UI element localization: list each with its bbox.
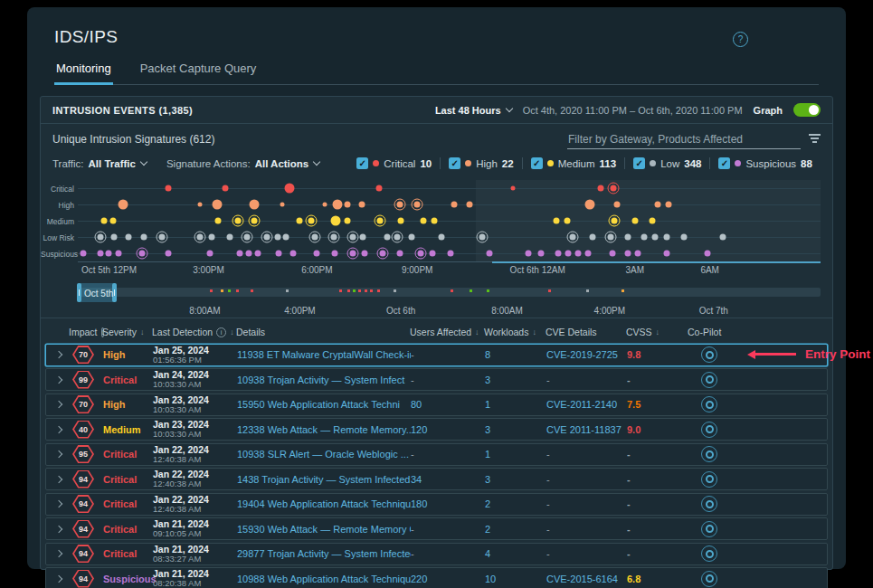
data-point[interactable] <box>141 234 147 241</box>
data-point[interactable] <box>116 251 122 257</box>
details-link[interactable]: 15930 Web Attack — Remote Memory Corr... <box>237 524 411 535</box>
data-point[interactable] <box>166 251 172 257</box>
data-point[interactable] <box>611 218 617 224</box>
data-point[interactable] <box>235 218 242 224</box>
column-header-last-detection[interactable]: Last Detectioni↓ <box>152 327 236 337</box>
data-point[interactable] <box>414 202 421 208</box>
cve-link[interactable]: CVE 2011-11837 <box>546 424 627 435</box>
expand-chevron-icon[interactable] <box>55 401 62 408</box>
traffic-dropdown[interactable]: All Traffic <box>89 158 147 169</box>
data-point[interactable] <box>198 203 203 207</box>
details-link[interactable]: 10988 Web Application Attack Technique <box>237 574 411 584</box>
data-point[interactable] <box>361 251 367 257</box>
data-point[interactable] <box>332 200 342 210</box>
data-point[interactable] <box>349 251 356 257</box>
brush-handle-left[interactable] <box>77 283 81 302</box>
cve-link[interactable]: CVE-2011-2140 <box>546 399 627 410</box>
co-pilot-icon[interactable] <box>701 496 717 512</box>
tab-monitoring[interactable]: Monitoring <box>54 62 113 85</box>
data-point[interactable] <box>207 251 214 257</box>
data-point[interactable] <box>345 202 351 208</box>
filter-input[interactable] <box>567 131 801 149</box>
data-point[interactable] <box>511 186 516 191</box>
data-point[interactable] <box>585 251 592 257</box>
data-point[interactable] <box>110 218 117 224</box>
data-point[interactable] <box>584 200 594 210</box>
tab-packet-capture-query[interactable]: Packet Capture Query <box>138 62 259 84</box>
details-link[interactable]: 12338 Web Attack — Remote Memory... <box>237 424 411 435</box>
data-point[interactable] <box>610 251 616 257</box>
data-point[interactable] <box>254 251 261 257</box>
expand-chevron-icon[interactable] <box>55 574 62 582</box>
help-icon[interactable]: ? <box>733 32 748 47</box>
data-point[interactable] <box>467 202 473 208</box>
cve-link[interactable]: CVE-2019-2725 <box>546 349 627 360</box>
data-point[interactable] <box>106 251 112 257</box>
data-point[interactable] <box>345 218 351 224</box>
data-point[interactable] <box>251 218 258 224</box>
data-point[interactable] <box>408 234 414 241</box>
data-point[interactable] <box>631 218 638 224</box>
co-pilot-icon[interactable] <box>701 446 717 462</box>
data-point[interactable] <box>432 218 438 224</box>
data-point[interactable] <box>322 203 327 207</box>
data-point[interactable] <box>720 234 726 241</box>
data-point[interactable] <box>565 218 571 224</box>
data-point[interactable] <box>311 234 318 241</box>
data-point[interactable] <box>651 234 658 241</box>
info-icon[interactable]: i <box>216 327 226 337</box>
data-point[interactable] <box>655 202 661 208</box>
data-point[interactable] <box>607 234 613 241</box>
co-pilot-icon[interactable] <box>701 422 717 438</box>
column-header-impact[interactable]: Impacti↓ <box>69 327 102 337</box>
data-point[interactable] <box>448 251 454 257</box>
details-link[interactable]: 11938 ET Malware CryptalWall Check-in <box>237 349 411 360</box>
data-point[interactable] <box>379 251 385 257</box>
table-row[interactable]: 70HighJan 23, 202410:03:30 AM15950 Web A… <box>45 394 828 416</box>
checkbox-critical[interactable]: ✓ <box>356 157 368 169</box>
data-point[interactable] <box>282 234 289 241</box>
data-point[interactable] <box>284 184 294 194</box>
column-header-severity[interactable]: Severity↓ <box>102 327 152 337</box>
column-header-workloads[interactable]: Workloads↓ <box>484 327 546 337</box>
data-point[interactable] <box>290 251 297 257</box>
data-point[interactable] <box>565 251 571 257</box>
data-point[interactable] <box>680 234 687 241</box>
data-point[interactable] <box>439 234 445 241</box>
data-point[interactable] <box>196 234 203 241</box>
co-pilot-icon[interactable] <box>701 396 717 413</box>
data-point[interactable] <box>641 234 647 241</box>
table-row[interactable]: 99CriticalJan 24, 202410:03:30 AM10938 T… <box>45 368 828 391</box>
data-point[interactable] <box>332 251 338 257</box>
data-point[interactable] <box>418 251 424 257</box>
details-link[interactable]: 15950 Web Application Attack Techni <box>237 399 411 410</box>
data-point[interactable] <box>222 185 228 192</box>
data-point[interactable] <box>98 234 104 241</box>
data-point[interactable] <box>244 234 251 241</box>
time-range-dropdown[interactable]: Last 48 Hours <box>435 105 512 116</box>
expand-chevron-icon[interactable] <box>55 500 62 507</box>
details-link[interactable]: 10938 Trojan Activity — System Infect <box>237 375 411 385</box>
data-point[interactable] <box>359 202 365 208</box>
data-point[interactable] <box>625 234 631 241</box>
table-row[interactable]: 95CriticalJan 22, 202412:40:38 AM10938 S… <box>45 443 828 466</box>
filter-icon[interactable] <box>809 134 821 147</box>
sort-icon[interactable]: ↓ <box>475 327 479 337</box>
table-row[interactable]: 40MediumJan 23, 202410:03:30 AM12338 Web… <box>45 418 828 441</box>
data-point[interactable] <box>158 234 165 241</box>
expand-chevron-icon[interactable] <box>55 475 62 482</box>
data-point[interactable] <box>635 251 641 257</box>
table-row[interactable]: 94CriticalJan 22, 202412:40:38 AM1438 Tr… <box>45 468 828 490</box>
expand-chevron-icon[interactable] <box>55 425 62 432</box>
co-pilot-icon[interactable] <box>701 521 717 537</box>
details-link[interactable]: 19404 Web Application Attack Technique <box>237 498 411 509</box>
data-point[interactable] <box>245 251 251 257</box>
brush-strip[interactable]: Oct 5th 8:00AM4:00PMOct 6th8:00AM4:00PMO… <box>78 288 821 297</box>
data-point[interactable] <box>212 200 222 210</box>
data-point[interactable] <box>100 218 107 224</box>
co-pilot-icon[interactable] <box>701 372 717 388</box>
data-point[interactable] <box>665 202 671 208</box>
data-point[interactable] <box>384 234 390 241</box>
details-link[interactable]: 29877 Trojan Activity — System Infected <box>237 548 411 559</box>
data-point[interactable] <box>394 234 401 241</box>
